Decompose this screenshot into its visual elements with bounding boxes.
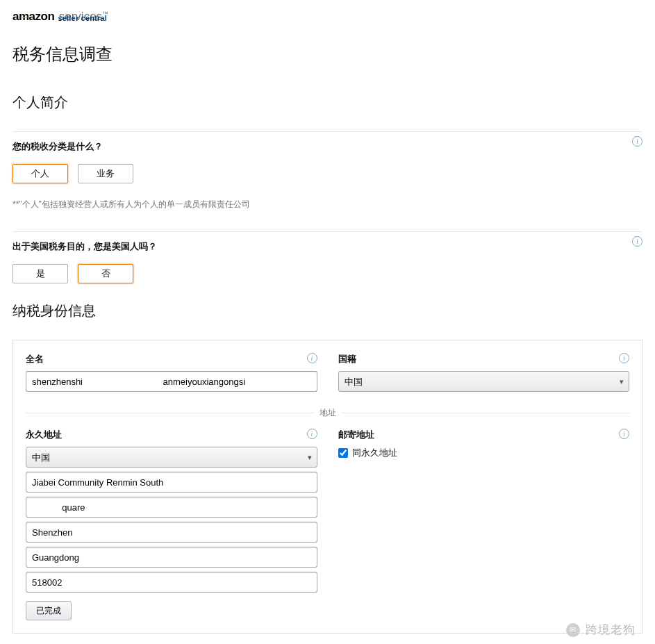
mailing-address-label: 邮寄地址 [338, 429, 630, 441]
us-person-question: 出于美国税务目的，您是美国人吗？ [13, 240, 642, 253]
address-section-label: 地址 [320, 407, 336, 419]
info-icon[interactable]: i [619, 353, 629, 363]
address-province-input[interactable] [26, 547, 317, 568]
nationality-label: 国籍 [338, 353, 630, 365]
nationality-select[interactable]: 中国 [338, 371, 630, 392]
section-profile-title: 个人简介 [13, 93, 642, 112]
divider [13, 131, 642, 132]
info-icon[interactable]: i [632, 136, 642, 147]
same-as-permanent-label: 同永久地址 [352, 447, 397, 459]
tax-identity-card: i 全名 i 国籍 中国 ▾ 地址 i [13, 340, 642, 634]
info-icon[interactable]: i [307, 353, 317, 363]
option-business-button[interactable]: 业务 [78, 164, 133, 183]
section-tax-id-title: 纳税身份信息 [13, 302, 642, 320]
fullname-label: 全名 [26, 353, 317, 365]
info-icon[interactable]: i [632, 236, 642, 247]
address-line1-input[interactable] [26, 472, 317, 493]
permanent-address-label: 永久地址 [26, 429, 317, 441]
permanent-address-country-select[interactable]: 中国 [26, 447, 317, 468]
divider [342, 413, 630, 413]
address-done-button[interactable]: 已完成 [26, 601, 72, 620]
option-no-button[interactable]: 否 [78, 264, 133, 283]
page-title: 税务信息调查 [13, 43, 642, 65]
divider [13, 231, 642, 232]
tax-classification-helper: **"个人"包括独资经营人或所有人为个人的单一成员有限责任公司 [13, 199, 642, 210]
address-city-input[interactable] [26, 522, 317, 543]
option-individual-button[interactable]: 个人 [13, 164, 68, 183]
logo: amazon services™ ⌣ seller central [13, 6, 642, 28]
address-line2-input[interactable] [26, 497, 317, 518]
address-postal-input[interactable] [26, 572, 317, 593]
info-icon[interactable]: i [619, 429, 629, 439]
option-yes-button[interactable]: 是 [13, 264, 68, 283]
info-icon[interactable]: i [307, 429, 317, 439]
tax-classification-question: 您的税收分类是什么？ [13, 140, 642, 153]
same-as-permanent-checkbox[interactable] [338, 448, 348, 458]
divider [26, 413, 314, 413]
fullname-input[interactable] [26, 371, 317, 392]
